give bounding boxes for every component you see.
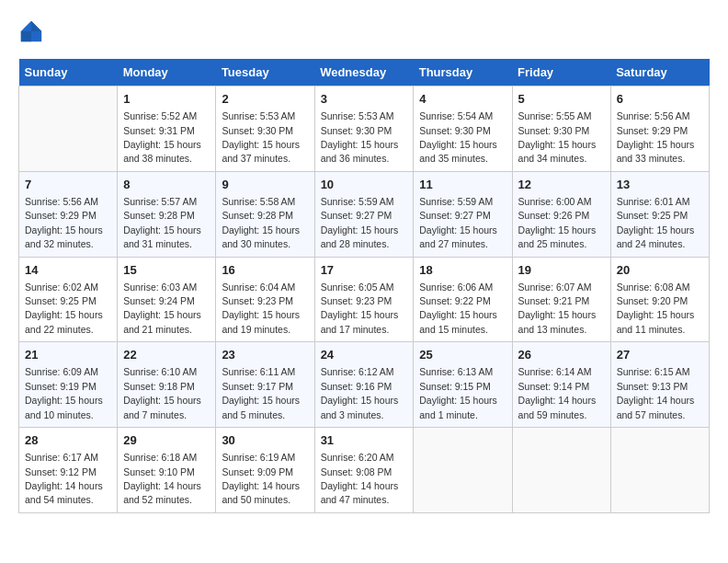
cell-content-line: Sunrise: 6:06 AM bbox=[419, 282, 493, 293]
cell-content-line: Sunset: 9:29 PM bbox=[25, 210, 97, 221]
cell-content-line: Sunrise: 5:55 AM bbox=[518, 110, 592, 121]
cell-content-line: Daylight: 15 hours bbox=[617, 139, 695, 150]
cell-content-line: and 10 minutes. bbox=[25, 409, 94, 420]
cell-content-line: Sunrise: 5:56 AM bbox=[25, 196, 98, 207]
cell-content-line: Sunrise: 5:53 AM bbox=[321, 110, 394, 121]
cell-content-line: Daylight: 15 hours bbox=[222, 395, 300, 406]
cell-content-line: Sunset: 9:30 PM bbox=[222, 125, 293, 136]
cell-content-line: and 35 minutes. bbox=[419, 153, 488, 164]
cell-content-line: and 57 minutes. bbox=[617, 409, 686, 420]
calendar-cell: 6Sunrise: 5:56 AMSunset: 9:29 PMDaylight… bbox=[610, 86, 709, 172]
calendar-week-2: 7Sunrise: 5:56 AMSunset: 9:29 PMDaylight… bbox=[19, 171, 710, 257]
calendar-cell: 11Sunrise: 5:59 AMSunset: 9:27 PMDayligh… bbox=[414, 171, 512, 257]
cell-content-line: and 24 minutes. bbox=[617, 238, 686, 249]
cell-content-line: Sunset: 9:29 PM bbox=[617, 125, 688, 136]
svg-marker-2 bbox=[21, 31, 31, 41]
cell-content-line: Sunrise: 6:14 AM bbox=[518, 366, 592, 377]
calendar-cell: 16Sunrise: 6:04 AMSunset: 9:23 PMDayligh… bbox=[216, 257, 314, 342]
cell-content-line: and 28 minutes. bbox=[321, 238, 390, 249]
day-number: 27 bbox=[617, 347, 703, 363]
calendar-header: SundayMondayTuesdayWednesdayThursdayFrid… bbox=[19, 59, 710, 86]
cell-content-line: Sunset: 9:17 PM bbox=[222, 381, 293, 392]
calendar-cell: 22Sunrise: 6:10 AMSunset: 9:18 PMDayligh… bbox=[118, 342, 216, 428]
day-number: 31 bbox=[321, 432, 408, 449]
cell-content-line: and 33 minutes. bbox=[617, 153, 686, 164]
cell-content-line: Sunset: 9:12 PM bbox=[25, 466, 97, 477]
cell-content-line: Daylight: 15 hours bbox=[617, 309, 695, 320]
cell-content-line: and 31 minutes. bbox=[123, 238, 192, 249]
cell-content-line: Daylight: 14 hours bbox=[518, 395, 597, 406]
cell-content-line: Sunset: 9:10 PM bbox=[123, 466, 195, 477]
cell-content-line: Daylight: 15 hours bbox=[222, 309, 300, 320]
calendar-cell bbox=[512, 428, 610, 513]
cell-content-line: Daylight: 15 hours bbox=[222, 224, 300, 236]
cell-content-line: Sunset: 9:16 PM bbox=[321, 381, 392, 392]
cell-content-line: Daylight: 15 hours bbox=[419, 395, 497, 406]
cell-content-line: Sunrise: 5:58 AM bbox=[222, 196, 295, 207]
cell-content-line: Sunset: 9:09 PM bbox=[222, 466, 293, 477]
cell-content-line: Sunset: 9:14 PM bbox=[518, 381, 590, 392]
cell-content-line: Daylight: 15 hours bbox=[222, 139, 300, 150]
cell-content-line: and 32 minutes. bbox=[25, 238, 94, 249]
cell-content-line: Sunrise: 6:13 AM bbox=[419, 366, 493, 377]
cell-content-line: Daylight: 14 hours bbox=[617, 395, 695, 406]
cell-content-line: and 11 minutes. bbox=[617, 324, 686, 335]
cell-content-line: Sunset: 9:23 PM bbox=[222, 295, 293, 306]
logo-icon bbox=[18, 18, 44, 44]
cell-content-line: and 13 minutes. bbox=[518, 324, 587, 335]
calendar-cell bbox=[19, 86, 118, 172]
cell-content-line: and 25 minutes. bbox=[518, 238, 587, 249]
day-number: 14 bbox=[25, 262, 111, 279]
day-header-wednesday: Wednesday bbox=[314, 59, 414, 86]
cell-content-line: Sunrise: 5:57 AM bbox=[123, 196, 197, 207]
cell-content-line: and 52 minutes. bbox=[123, 494, 192, 505]
cell-content-line: Daylight: 15 hours bbox=[419, 139, 497, 150]
day-number: 26 bbox=[518, 347, 605, 363]
calendar-cell: 18Sunrise: 6:06 AMSunset: 9:22 PMDayligh… bbox=[414, 257, 512, 342]
cell-content-line: Sunrise: 6:10 AM bbox=[123, 366, 197, 377]
calendar-cell: 9Sunrise: 5:58 AMSunset: 9:28 PMDaylight… bbox=[216, 171, 314, 257]
cell-content-line: Sunset: 9:22 PM bbox=[419, 295, 491, 306]
calendar-week-1: 1Sunrise: 5:52 AMSunset: 9:31 PMDaylight… bbox=[19, 86, 710, 172]
cell-content-line: Daylight: 15 hours bbox=[321, 309, 399, 320]
cell-content-line: and 17 minutes. bbox=[321, 324, 390, 335]
day-number: 13 bbox=[617, 177, 703, 193]
day-number: 20 bbox=[617, 262, 703, 279]
calendar-week-5: 28Sunrise: 6:17 AMSunset: 9:12 PMDayligh… bbox=[19, 428, 710, 513]
cell-content-line: and 21 minutes. bbox=[123, 324, 192, 335]
cell-content-line: and 19 minutes. bbox=[222, 324, 290, 335]
cell-content-line: Sunrise: 6:20 AM bbox=[321, 452, 394, 463]
calendar-cell: 14Sunrise: 6:02 AMSunset: 9:25 PMDayligh… bbox=[19, 257, 118, 342]
day-number: 18 bbox=[419, 262, 506, 279]
day-number: 24 bbox=[321, 347, 408, 363]
cell-content-line: Daylight: 15 hours bbox=[123, 224, 201, 236]
cell-content-line: Sunset: 9:23 PM bbox=[321, 295, 392, 306]
day-number: 17 bbox=[321, 262, 408, 279]
days-of-week-row: SundayMondayTuesdayWednesdayThursdayFrid… bbox=[19, 59, 710, 86]
calendar-cell: 30Sunrise: 6:19 AMSunset: 9:09 PMDayligh… bbox=[216, 428, 314, 513]
cell-content-line: Daylight: 15 hours bbox=[321, 395, 399, 406]
day-number: 11 bbox=[419, 177, 506, 193]
cell-content-line: Sunset: 9:30 PM bbox=[518, 125, 590, 136]
day-header-tuesday: Tuesday bbox=[216, 59, 314, 86]
cell-content-line: Sunrise: 5:53 AM bbox=[222, 110, 295, 121]
calendar-cell: 4Sunrise: 5:54 AMSunset: 9:30 PMDaylight… bbox=[414, 86, 512, 172]
day-number: 16 bbox=[222, 262, 308, 279]
cell-content-line: and 47 minutes. bbox=[321, 494, 390, 505]
day-number: 6 bbox=[617, 91, 703, 108]
cell-content-line: Sunrise: 5:54 AM bbox=[419, 110, 493, 121]
cell-content-line: and 15 minutes. bbox=[419, 324, 488, 335]
cell-content-line: Sunrise: 6:11 AM bbox=[222, 366, 295, 377]
calendar-cell: 8Sunrise: 5:57 AMSunset: 9:28 PMDaylight… bbox=[118, 171, 216, 257]
cell-content-line: Daylight: 15 hours bbox=[518, 309, 597, 320]
day-header-thursday: Thursday bbox=[414, 59, 512, 86]
day-number: 22 bbox=[123, 347, 210, 363]
cell-content-line: and 34 minutes. bbox=[518, 153, 587, 164]
cell-content-line: Sunrise: 6:05 AM bbox=[321, 282, 394, 293]
day-header-friday: Friday bbox=[512, 59, 610, 86]
cell-content-line: Daylight: 15 hours bbox=[321, 224, 399, 236]
logo bbox=[18, 18, 44, 44]
cell-content-line: and 54 minutes. bbox=[25, 494, 94, 505]
cell-content-line: Sunset: 9:26 PM bbox=[518, 210, 590, 221]
day-number: 3 bbox=[321, 91, 408, 108]
